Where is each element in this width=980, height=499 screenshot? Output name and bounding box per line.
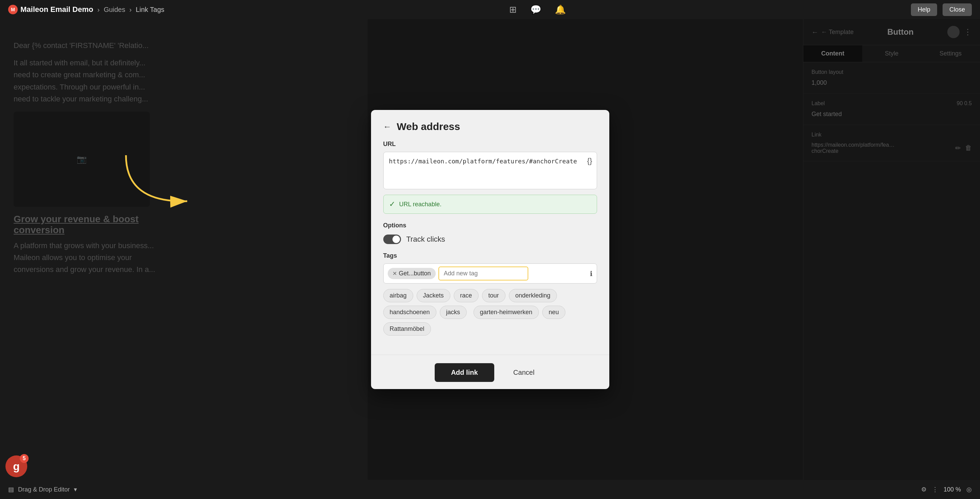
grid-icon[interactable]: ⊞ xyxy=(509,5,517,15)
add-link-button[interactable]: Add link xyxy=(435,363,494,382)
url-field-label: URL xyxy=(383,141,597,148)
url-braces-button[interactable]: {} xyxy=(587,157,592,165)
brand-icon: M xyxy=(8,5,18,14)
tag-neu[interactable]: neu xyxy=(542,306,565,319)
brand-name: Maileon Email Demo xyxy=(21,5,93,14)
bell-icon[interactable]: 🔔 xyxy=(555,5,566,15)
toggle-knob xyxy=(393,235,400,243)
settings-icon[interactable]: ⚙ xyxy=(921,486,927,493)
zoom-level: 100 % xyxy=(943,486,961,493)
chat-icon[interactable]: 💬 xyxy=(530,5,541,15)
url-input[interactable]: https://maileon.com/platform/features/#a… xyxy=(383,152,597,189)
nav-center: ⊞ 💬 🔔 xyxy=(509,5,566,15)
tag-race[interactable]: race xyxy=(454,289,479,302)
breadcrumb-sep2: › xyxy=(129,6,132,14)
tags-label: Tags xyxy=(383,252,597,259)
tag-chip-existing: ✕ Get...button xyxy=(388,268,436,279)
modal-header: ← Web address xyxy=(371,110,609,141)
tag-airbag[interactable]: airbag xyxy=(383,289,413,302)
url-container: https://maileon.com/platform/features/#a… xyxy=(383,152,597,191)
cancel-button[interactable]: Cancel xyxy=(503,363,545,382)
g-badge-letter: g xyxy=(13,460,20,473)
modal-footer: Add link Cancel xyxy=(371,355,609,389)
web-address-modal: ← Web address URL https://maileon.com/pl… xyxy=(371,110,609,389)
bottom-bar: ▤ Drag & Drop Editor ▾ ⚙ ⋮ 100 % ◎ xyxy=(0,480,980,499)
options-label: Options xyxy=(383,222,597,229)
editor-label[interactable]: Drag & Drop Editor xyxy=(18,486,70,493)
arrow-annotation xyxy=(105,148,215,216)
url-status-text: URL reachable. xyxy=(399,201,441,208)
nav-left: M Maileon Email Demo › Guides › Link Tag… xyxy=(8,5,164,14)
tag-garten[interactable]: garten-heimwerken xyxy=(474,306,539,319)
breadcrumb-guides[interactable]: Guides xyxy=(104,6,125,14)
modal-overlay: ← Web address URL https://maileon.com/pl… xyxy=(0,19,980,480)
tag-tour[interactable]: tour xyxy=(482,289,506,302)
tag-onderkleding[interactable]: onderkleding xyxy=(509,289,557,302)
editor-icon: ▤ xyxy=(8,486,14,493)
g-badge[interactable]: g 5 xyxy=(5,455,27,477)
bottom-left: ▤ Drag & Drop Editor ▾ xyxy=(8,486,77,493)
modal-back-button[interactable]: ← xyxy=(383,122,391,131)
tag-jackets[interactable]: Jackets xyxy=(417,289,450,302)
tag-chip-label: Get...button xyxy=(399,270,431,277)
close-button[interactable]: Close xyxy=(943,3,972,16)
modal-body: URL https://maileon.com/platform/feature… xyxy=(371,141,609,355)
top-nav: M Maileon Email Demo › Guides › Link Tag… xyxy=(0,0,980,19)
breadcrumb-sep: › xyxy=(97,6,100,14)
url-status-bar: ✓ URL reachable. xyxy=(383,195,597,214)
breadcrumb-linktags[interactable]: Link Tags xyxy=(136,6,164,14)
track-clicks-toggle[interactable] xyxy=(383,235,401,244)
tag-jacks[interactable]: jacks xyxy=(440,306,467,319)
tag-rattanmobel[interactable]: Rattanmöbel xyxy=(383,323,431,335)
track-clicks-label: Track clicks xyxy=(406,235,445,244)
track-clicks-row: Track clicks xyxy=(383,235,597,244)
brand: M Maileon Email Demo xyxy=(8,5,93,14)
editor-dropdown-icon[interactable]: ▾ xyxy=(74,486,77,493)
tags-input-container: ✕ Get...button ℹ xyxy=(383,264,597,283)
tag-handschoenen[interactable]: handschoenen xyxy=(383,306,436,319)
more-icon[interactable]: ⋮ xyxy=(932,486,938,493)
tag-suggestions-list: airbag Jackets race tour onderkleding ha… xyxy=(383,289,597,335)
tag-info-icon[interactable]: ℹ xyxy=(590,270,593,278)
help-button[interactable]: Help xyxy=(911,3,937,16)
modal-title: Web address xyxy=(397,121,460,132)
url-check-icon: ✓ xyxy=(389,200,395,209)
bottom-right: ⚙ ⋮ 100 % ◎ xyxy=(921,486,972,493)
add-new-tag-input[interactable] xyxy=(438,267,528,280)
g-badge-count: 5 xyxy=(20,454,29,463)
nav-right: Help Close xyxy=(911,3,972,16)
zoom-control[interactable]: ◎ xyxy=(966,486,972,493)
tag-chip-remove[interactable]: ✕ xyxy=(393,270,397,277)
